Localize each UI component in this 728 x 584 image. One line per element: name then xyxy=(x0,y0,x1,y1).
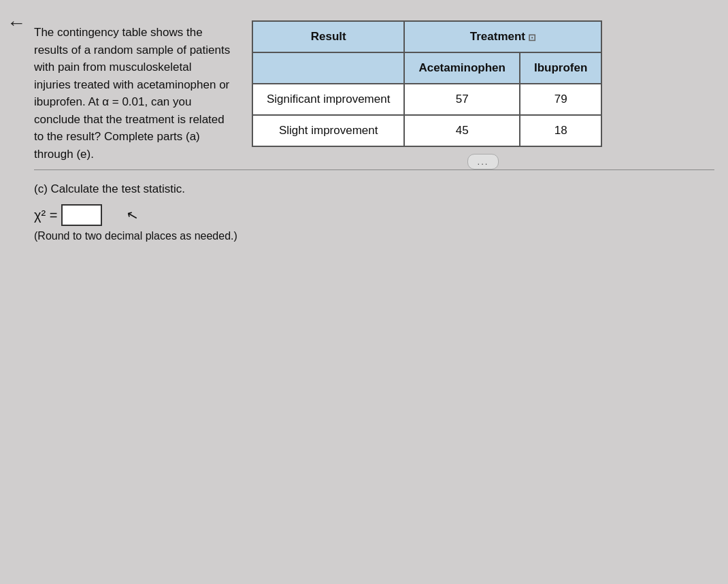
bottom-section: (c) Calculate the test statistic. χ² = ↖… xyxy=(34,182,714,242)
cursor-icon: ↖ xyxy=(125,206,141,225)
bottom-divider xyxy=(34,169,714,170)
data-slight-ibup: 18 xyxy=(520,115,601,146)
table-wrapper: Result Treatment⊡ Acetaminophen Ibuprofe… xyxy=(252,20,714,169)
treatment-header-text: Treatment xyxy=(470,30,525,43)
calc-label: (c) Calculate the test statistic. xyxy=(34,182,714,196)
data-slight-aceta: 45 xyxy=(404,115,520,146)
chi-square-row: χ² = ↖ xyxy=(34,204,714,226)
main-content: The contingency table shows the results … xyxy=(34,20,714,169)
blank-header xyxy=(252,52,404,84)
page-container: ← The contingency table shows the result… xyxy=(0,0,728,584)
contingency-table: Result Treatment⊡ Acetaminophen Ibuprofe… xyxy=(252,20,602,147)
dots-button[interactable]: ... xyxy=(467,154,499,169)
chi-square-label: χ² = xyxy=(34,208,57,223)
table-row: Slight improvement 45 18 xyxy=(252,115,601,146)
dots-container: ... xyxy=(252,154,714,169)
data-significant-aceta: 57 xyxy=(404,84,520,115)
description-text: The contingency table shows the results … xyxy=(34,20,231,169)
table-row: Significant improvement 57 79 xyxy=(252,84,601,115)
acetaminophen-header: Acetaminophen xyxy=(404,52,520,84)
back-button[interactable]: ← xyxy=(7,12,26,34)
round-note: (Round to two decimal places as needed.) xyxy=(34,230,714,242)
result-header: Result xyxy=(252,21,404,52)
copy-icon: ⊡ xyxy=(528,32,536,43)
result-slight: Slight improvement xyxy=(252,115,404,146)
result-significant: Significant improvement xyxy=(252,84,404,115)
ibuprofen-header: Ibuprofen xyxy=(520,52,601,84)
treatment-header: Treatment⊡ xyxy=(404,21,601,52)
chi-square-input[interactable] xyxy=(61,204,102,226)
data-significant-ibup: 79 xyxy=(520,84,601,115)
